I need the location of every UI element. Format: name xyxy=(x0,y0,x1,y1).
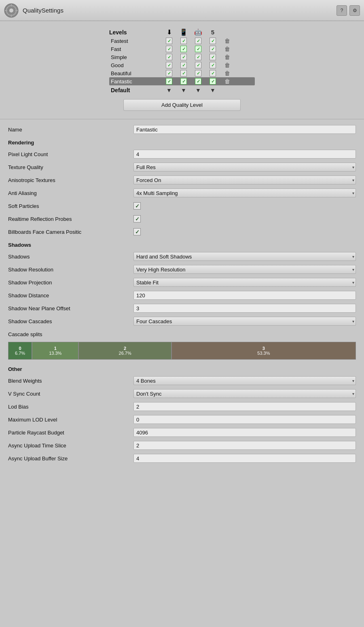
shadow-resolution-select[interactable]: Low ResolutionMedium ResolutionHigh Reso… xyxy=(133,265,356,274)
default-arrow-3[interactable]: ▼ xyxy=(191,87,205,93)
shadow-projection-row: Shadow Projection Close FitStable Fit ▾ xyxy=(8,277,356,288)
max-lod-input[interactable] xyxy=(133,415,356,424)
beautiful-check-1[interactable] xyxy=(162,70,176,76)
cascade-seg-2-pct: 26.7% xyxy=(119,351,131,356)
async-buffer-size-input[interactable] xyxy=(133,454,356,463)
good-check-1[interactable] xyxy=(162,62,176,68)
blend-weights-label: Blend Weights xyxy=(8,378,133,384)
beautiful-check-4[interactable] xyxy=(205,70,220,76)
anti-aliasing-row: Anti Aliasing Disabled2x Multi Sampling4… xyxy=(8,188,356,198)
level-row-fast[interactable]: Fast 🗑 xyxy=(109,45,255,53)
fast-check-3[interactable] xyxy=(191,46,205,52)
particle-raycast-input[interactable] xyxy=(133,428,356,437)
lod-bias-input[interactable] xyxy=(133,402,356,411)
rendering-section-header: Rendering xyxy=(8,140,356,146)
fantastic-check-2[interactable] xyxy=(176,78,191,85)
realtime-reflection-checkbox[interactable] xyxy=(133,215,141,222)
beautiful-check-2[interactable] xyxy=(176,70,191,76)
simple-check-1[interactable] xyxy=(162,54,176,60)
beautiful-check-3[interactable] xyxy=(191,70,205,76)
levels-header: Levels ⬇ 📱 🤖 5 xyxy=(109,28,255,37)
shadows-select[interactable]: Disable ShadowsHard Shadows OnlyHard and… xyxy=(133,252,356,261)
fast-delete[interactable]: 🗑 xyxy=(220,46,235,52)
platform-icon-android: 🤖 xyxy=(191,28,205,36)
fastest-check-2[interactable] xyxy=(176,38,191,44)
fastest-check-4[interactable] xyxy=(205,38,220,44)
level-row-fastest[interactable]: Fastest 🗑 xyxy=(109,37,255,45)
other-section-header: Other xyxy=(8,366,356,372)
vsync-label: V Sync Count xyxy=(8,391,133,397)
level-name-simple: Simple xyxy=(109,54,162,60)
level-row-good[interactable]: Good 🗑 xyxy=(109,61,255,69)
simple-delete[interactable]: 🗑 xyxy=(220,54,235,60)
level-row-beautiful[interactable]: Beautiful 🗑 xyxy=(109,69,255,77)
good-check-2[interactable] xyxy=(176,62,191,68)
simple-check-2[interactable] xyxy=(176,54,191,60)
lod-bias-row: Lod Bias xyxy=(8,401,356,412)
cascade-seg-1-num: 1 xyxy=(54,346,57,351)
fast-check-2[interactable] xyxy=(176,46,191,52)
shadow-cascades-select[interactable]: No CascadesTwo CascadesFour Cascades xyxy=(133,317,356,326)
max-lod-row: Maximum LOD Level xyxy=(8,414,356,425)
settings-section: Name Rendering Pixel Light Count Texture… xyxy=(0,119,364,471)
platform-icon-web: 5 xyxy=(205,29,220,36)
cascade-seg-2: 2 26.7% xyxy=(79,342,171,359)
shadow-projection-select-wrapper: Close FitStable Fit ▾ xyxy=(133,278,356,287)
lod-bias-label: Lod Bias xyxy=(8,404,133,410)
app-icon xyxy=(4,3,19,18)
good-check-4[interactable] xyxy=(205,62,220,68)
default-arrow-2[interactable]: ▼ xyxy=(176,87,191,93)
fast-check-1[interactable] xyxy=(162,46,176,52)
fantastic-delete[interactable]: 🗑 xyxy=(220,78,235,85)
add-quality-level-button[interactable]: Add Quality Level xyxy=(123,99,241,111)
billboards-checkbox[interactable] xyxy=(133,228,141,235)
default-arrow-4[interactable]: ▼ xyxy=(205,87,220,93)
level-row-simple[interactable]: Simple 🗑 xyxy=(109,53,255,61)
good-delete[interactable]: 🗑 xyxy=(220,62,235,68)
good-check-3[interactable] xyxy=(191,62,205,68)
level-row-fantastic[interactable]: Fantastic 🗑 xyxy=(109,77,255,85)
fastest-check-3[interactable] xyxy=(191,38,205,44)
default-arrow-1[interactable]: ▼ xyxy=(162,87,176,93)
vsync-select[interactable]: Don't SyncEvery V BlankEvery Second V Bl… xyxy=(133,389,356,398)
title-bar-left: QualitySettings xyxy=(4,3,63,18)
async-time-slice-input[interactable] xyxy=(133,441,356,450)
blend-weights-select[interactable]: 1 Bone2 Bones4 Bones xyxy=(133,376,356,385)
name-input[interactable] xyxy=(133,125,356,134)
texture-quality-label: Texture Quality xyxy=(8,164,133,170)
texture-quality-select-wrapper: Full ResHalf ResQuarter ResEighth Res ▾ xyxy=(133,163,356,172)
help-button[interactable]: ? xyxy=(336,5,347,16)
pixel-light-count-label: Pixel Light Count xyxy=(8,151,133,157)
simple-check-4[interactable] xyxy=(205,54,220,60)
level-name-good: Good xyxy=(109,62,162,68)
name-field-row: Name xyxy=(8,124,356,135)
beautiful-delete[interactable]: 🗑 xyxy=(220,70,235,76)
shadows-section-header: Shadows xyxy=(8,242,356,248)
fantastic-check-4[interactable] xyxy=(205,78,220,85)
soft-particles-checkbox[interactable] xyxy=(133,202,141,210)
fast-check-4[interactable] xyxy=(205,46,220,52)
settings-button[interactable]: ⚙ xyxy=(349,5,360,16)
texture-quality-select[interactable]: Full ResHalf ResQuarter ResEighth Res xyxy=(133,163,356,172)
fastest-delete[interactable]: 🗑 xyxy=(220,38,235,44)
simple-check-3[interactable] xyxy=(191,54,205,60)
async-buffer-size-label: Async Upload Buffer Size xyxy=(8,455,133,462)
cascade-seg-3-pct: 53.3% xyxy=(257,351,270,356)
shadow-near-plane-input[interactable] xyxy=(133,304,356,313)
levels-table: Levels ⬇ 📱 🤖 5 Fastest 🗑 Fast xyxy=(109,28,255,95)
fastest-check-1[interactable] xyxy=(162,38,176,44)
pixel-light-count-input[interactable] xyxy=(133,150,356,159)
fantastic-check-1[interactable] xyxy=(162,78,176,85)
shadows-select-wrapper: Disable ShadowsHard Shadows OnlyHard and… xyxy=(133,252,356,261)
cascade-seg-0-pct: 6.7% xyxy=(15,351,25,356)
shadow-near-plane-row: Shadow Near Plane Offset xyxy=(8,303,356,314)
anti-aliasing-select[interactable]: Disabled2x Multi Sampling4x Multi Sampli… xyxy=(133,189,356,197)
anisotropic-select[interactable]: DisabledPer TextureForced On xyxy=(133,176,356,184)
particle-raycast-label: Particle Raycast Budget xyxy=(8,430,133,436)
shadow-distance-input[interactable] xyxy=(133,291,356,300)
fantastic-check-3[interactable] xyxy=(191,78,205,85)
cascade-splits-bar[interactable]: 0 6.7% 1 13.3% 2 26.7% 3 53.3% xyxy=(8,342,356,360)
blend-weights-row: Blend Weights 1 Bone2 Bones4 Bones ▾ xyxy=(8,375,356,386)
cascade-splits-row: Cascade splits xyxy=(8,329,356,339)
shadow-projection-select[interactable]: Close FitStable Fit xyxy=(133,278,356,287)
